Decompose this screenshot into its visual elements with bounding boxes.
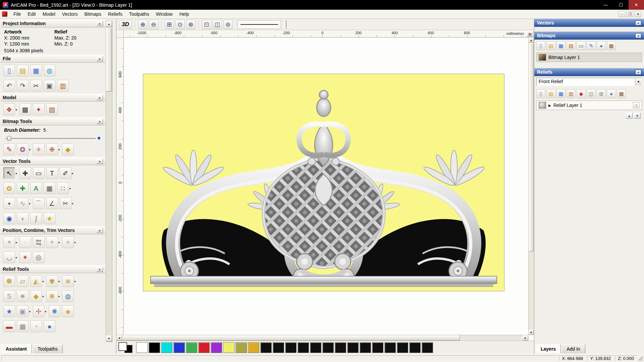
transform-vectors-icon[interactable]: ✚ <box>19 167 31 179</box>
two-rail-sweep-icon[interactable]: ≋ <box>62 275 74 287</box>
paste-relief-icon[interactable]: ▥ <box>567 89 576 98</box>
assistant-scrollbar[interactable]: ▲ ▼ <box>106 21 112 342</box>
menu-window[interactable]: Window <box>153 10 176 18</box>
smooth-gem-icon[interactable]: ◆ <box>577 89 586 98</box>
palette-swatch[interactable] <box>360 342 371 353</box>
create-circle-icon[interactable]: ◉ <box>3 213 15 224</box>
mesh-creator-icon[interactable]: ▦ <box>17 320 29 332</box>
offset-vectors-icon[interactable]: ◎ <box>33 251 45 263</box>
rollup-arrow-icon[interactable]: ▲ <box>96 95 103 100</box>
brush-diameter-slider[interactable] <box>5 136 100 141</box>
open-bitmap-icon[interactable]: ▤ <box>546 41 555 50</box>
flyout-arrow-icon[interactable]: ▸ <box>29 148 31 151</box>
offset-relief-icon[interactable]: ▬ <box>3 320 15 332</box>
measure-tool-icon[interactable]: ✐ <box>60 167 71 179</box>
flyout-arrow-icon[interactable]: ▸ <box>72 202 74 205</box>
resize-grip[interactable] <box>638 356 643 361</box>
freehand-draw-icon[interactable]: ∿ <box>17 197 29 209</box>
save-relief-icon[interactable]: ▦ <box>556 89 566 98</box>
open-model-icon[interactable]: ▤ <box>17 65 29 76</box>
flyout-arrow-icon[interactable]: ▸ <box>29 310 31 313</box>
line-width-preview[interactable] <box>237 20 281 29</box>
shape-editor-icon[interactable]: ◭ <box>30 275 42 287</box>
preview-toggle-icon[interactable]: ⊚ <box>223 20 233 29</box>
palette-swatch[interactable] <box>384 342 396 353</box>
paste-bitmap-icon[interactable]: ▧ <box>567 41 576 50</box>
align-objects-icon[interactable]: ⊟ <box>3 236 15 248</box>
texture-ball-icon[interactable]: ● <box>44 320 55 332</box>
flyout-arrow-icon[interactable]: ▸ <box>16 172 17 175</box>
create-star-icon[interactable]: ★ <box>44 213 55 224</box>
save-bitmap-icon[interactable]: ▦ <box>556 41 566 50</box>
bitmap-layer-row[interactable]: Bitmap Layer 1 <box>536 53 642 62</box>
copy-icon[interactable]: ▣ <box>44 80 55 92</box>
rollup-arrow-icon[interactable]: ▲ <box>96 266 103 272</box>
palette-swatch[interactable] <box>310 342 321 353</box>
undo-icon[interactable]: ↶ <box>3 80 15 92</box>
flyout-arrow-icon[interactable]: ▸ <box>69 187 71 190</box>
star-wizard-icon[interactable]: ★ <box>3 305 15 317</box>
flyout-arrow-icon[interactable]: ▸ <box>59 280 60 283</box>
face-wizard-icon[interactable]: ◔ <box>30 320 42 332</box>
new-relief-icon[interactable]: ▯ <box>536 89 545 98</box>
zoom-box-icon[interactable]: ⊞ <box>165 20 174 29</box>
scrollbar-thumb[interactable] <box>529 43 534 251</box>
menu-toolpaths[interactable]: Toolpaths <box>126 10 153 18</box>
tab-add-in[interactable]: Add In <box>561 344 585 353</box>
spin-relief-icon[interactable]: ❋ <box>46 290 58 302</box>
switch-to-3d-button[interactable]: 3D <box>119 20 132 29</box>
flyout-arrow-icon[interactable]: ▸ <box>74 280 76 283</box>
relief-select-combo[interactable]: Front Relief ▼ <box>536 78 642 86</box>
close-button[interactable]: ✕ <box>629 0 644 10</box>
rollup-arrow-icon[interactable]: ▲ <box>96 119 103 124</box>
save-model-icon[interactable]: ▦ <box>30 65 42 76</box>
export-3d-model-icon[interactable]: ◍ <box>44 65 55 76</box>
greyscale-view-icon[interactable]: ▩ <box>607 41 616 50</box>
palette-swatch[interactable] <box>409 342 421 353</box>
create-polyline-icon[interactable]: ∠ <box>46 197 58 209</box>
flyout-arrow-icon[interactable]: ▸ <box>16 241 17 244</box>
palette-swatch[interactable] <box>235 342 247 353</box>
tab-toolpaths[interactable]: Toolpaths <box>33 344 63 353</box>
sphere-view-icon[interactable]: ● <box>597 41 606 50</box>
canvas-vertical-scrollbar[interactable]: ▲ ▼ <box>528 38 534 335</box>
texture-flow-icon[interactable]: ✺ <box>49 305 60 317</box>
create-arc-icon[interactable]: ∫ <box>30 213 42 224</box>
tab-layers[interactable]: Layers <box>536 344 561 353</box>
rollup-arrow-icon[interactable]: ▲ <box>635 20 641 25</box>
menu-model[interactable]: Model <box>39 10 59 18</box>
new-layer-icon[interactable]: ▯ <box>633 102 640 108</box>
tab-assistant[interactable]: Assistant <box>1 344 32 353</box>
create-ellipse-icon[interactable]: ◗ <box>17 213 29 224</box>
expander-arrow-icon[interactable]: ▶ <box>548 104 551 107</box>
scrollbar-track[interactable] <box>460 335 523 341</box>
nesting-preview-icon[interactable]: ◌ <box>19 236 31 248</box>
menu-file[interactable]: File <box>10 10 24 18</box>
palette-swatch[interactable] <box>223 342 234 353</box>
slider-thumb[interactable] <box>7 136 11 141</box>
flyout-arrow-icon[interactable]: ▸ <box>43 295 44 298</box>
zoom-out-icon[interactable]: ⊖ <box>149 20 158 29</box>
zoom-fit-icon[interactable]: ⊙ <box>175 20 185 29</box>
bitmap-marquee-icon[interactable]: ▭ <box>577 41 586 50</box>
scroll-up-arrow-icon[interactable]: ▲ <box>106 21 112 27</box>
extrude-relief-icon[interactable]: ◆ <box>30 290 42 302</box>
grid-settings-icon[interactable]: ▦ <box>44 182 55 194</box>
scroll-left-arrow-icon[interactable]: ◄ <box>116 335 122 341</box>
palette-swatch[interactable] <box>173 342 185 353</box>
swept-profile-icon[interactable]: S <box>3 290 15 302</box>
palette-swatch[interactable] <box>198 342 210 353</box>
bucket-fill-icon[interactable]: ◆ <box>62 143 74 155</box>
flyout-arrow-icon[interactable]: ▸ <box>59 241 60 244</box>
cut-icon[interactable]: ✂ <box>30 80 42 92</box>
vector-doctor-icon[interactable]: ✿ <box>3 182 15 194</box>
primary-secondary-colour-indicator[interactable] <box>118 342 132 353</box>
snap-grid-icon[interactable]: ✚ <box>17 182 29 194</box>
redo-icon[interactable]: ↷ <box>17 80 29 92</box>
scroll-up-arrow-icon[interactable]: ▲ <box>529 38 534 43</box>
relief-sphere-preview-icon[interactable]: ● <box>607 89 616 98</box>
palette-swatch[interactable] <box>211 342 222 353</box>
palette-swatch[interactable] <box>285 342 297 353</box>
primary-colour-swatch[interactable] <box>118 342 127 351</box>
flyout-arrow-icon[interactable]: ▸ <box>45 310 47 313</box>
